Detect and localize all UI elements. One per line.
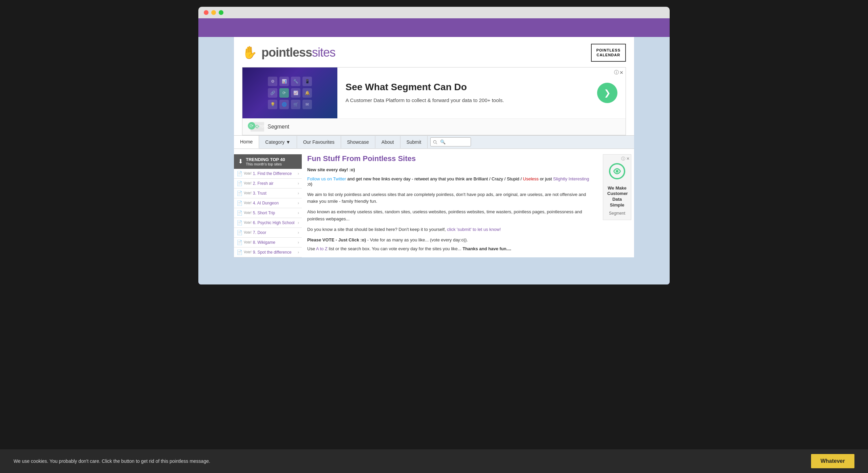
- nav-bar: Home Category ▼ Our Favourites Showcase …: [234, 135, 634, 149]
- main-heading: Fun Stuff From Pointless Sites: [307, 154, 595, 163]
- nav-submit[interactable]: Submit: [400, 136, 428, 148]
- calendar-button[interactable]: POINTLESSCALENDAR: [591, 44, 626, 62]
- trending-title: TRENDING TOP 40: [246, 157, 285, 162]
- site-link-3[interactable]: 3. Trust: [253, 191, 296, 196]
- page-container: ✋ pointlesssites POINTLESSCALENDAR ⓘ ✕: [234, 37, 634, 257]
- vote-arrow-6: ›: [298, 220, 299, 225]
- vote-button-1[interactable]: Vote!: [244, 172, 252, 175]
- browser-window: ✋ pointlesssites POINTLESSCALENDAR ⓘ ✕: [198, 18, 670, 284]
- vote-strong: Please VOTE - Just Click :o): [307, 237, 366, 242]
- twitter-suffix: and get new free links every day - retwe…: [347, 176, 523, 181]
- submit-link[interactable]: click 'submit' to let us know!: [447, 227, 501, 232]
- sidebar-item-6: 📄 Vote! 6. Psychic High School ›: [234, 218, 302, 228]
- vote-button-8[interactable]: Vote!: [244, 240, 252, 244]
- ad-icon-5: 🔗: [268, 88, 277, 98]
- ad-cta-button[interactable]: ❯: [597, 83, 617, 103]
- just-text: or just: [540, 176, 553, 181]
- vote-arrow-4: ›: [298, 201, 299, 205]
- vote-arrow-8: ›: [298, 240, 299, 245]
- twitter-link[interactable]: Follow us on Twitter: [307, 176, 346, 181]
- site-link-4[interactable]: 4. AI Dungeon: [253, 201, 296, 205]
- nav-showcase[interactable]: Showcase: [341, 136, 376, 148]
- sidebar-item-5: 📄 Vote! 5. Short Trip ›: [234, 208, 302, 218]
- page-icon-1: 📄: [237, 171, 242, 176]
- ad-icon-3: 🔧: [291, 77, 300, 86]
- nav-favourites[interactable]: Our Favourites: [297, 136, 341, 148]
- site-link-5[interactable]: 5. Short Trip: [253, 211, 296, 215]
- vote-button-9[interactable]: Vote!: [244, 250, 252, 254]
- purple-header-bar: [198, 18, 670, 37]
- new-site-tag: New site every day! :o): [307, 167, 595, 172]
- sidebar-item-7: 📄 Vote! 7. Door ›: [234, 228, 302, 238]
- right-sidebar: ⓘ ✕ We Make Customer Data Simple: [600, 154, 634, 257]
- vote-button-4[interactable]: Vote!: [244, 201, 252, 205]
- description-2: Also known as extremely useless sites, r…: [307, 209, 595, 223]
- page-icon-9: 📄: [237, 250, 242, 255]
- page-icon-5: 📄: [237, 210, 242, 216]
- ad-info-icon: ⓘ: [614, 70, 619, 76]
- trending-header: ⬇ TRENDING TOP 40 This month's top sites: [234, 154, 302, 169]
- ad-close-button[interactable]: ⓘ ✕: [614, 70, 624, 76]
- segment-green-icon: [607, 163, 627, 183]
- vote-button-2[interactable]: Vote!: [244, 181, 252, 185]
- site-link-6[interactable]: 6. Psychic High School: [253, 220, 296, 225]
- page-icon-6: 📄: [237, 220, 242, 225]
- nav-home[interactable]: Home: [234, 136, 259, 149]
- nav-about[interactable]: About: [375, 136, 400, 148]
- site-link-2[interactable]: 2. Fresh air: [253, 181, 296, 186]
- traffic-light-green[interactable]: [219, 10, 223, 15]
- site-link-8[interactable]: 8. Wikigame: [253, 240, 296, 245]
- vote-arrow-5: ›: [298, 211, 299, 215]
- logo-sites: sites: [312, 45, 335, 59]
- vote-arrow-1: ›: [298, 171, 299, 176]
- vote-arrow-3: ›: [298, 191, 299, 196]
- ad-headline: See What Segment Can Do: [346, 81, 590, 93]
- ad-brand-segment: segment: [257, 124, 272, 128]
- traffic-light-red[interactable]: [204, 10, 209, 15]
- right-ad-close-icon[interactable]: ✕: [626, 156, 630, 161]
- logo-hand-icon: ✋: [242, 45, 257, 60]
- sidebar-item-2: 📄 Vote! 2. Fresh air ›: [234, 179, 302, 189]
- vote-text: - Vote for as many as you like... (vote …: [367, 237, 468, 242]
- ad-icon-7: 📈: [291, 88, 300, 98]
- site-link-7[interactable]: 7. Door: [253, 230, 296, 235]
- traffic-light-yellow[interactable]: [211, 10, 216, 15]
- slightly-interesting-link[interactable]: Slightly Interesting: [553, 176, 589, 181]
- content-layout: ⬇ TRENDING TOP 40 This month's top sites…: [234, 149, 634, 257]
- vote-arrow-2: ›: [298, 181, 299, 186]
- site-link-9[interactable]: 9. Spot the difference: [253, 250, 296, 255]
- logo-area: ✋ pointlesssites: [242, 45, 335, 60]
- twitter-section: Follow us on Twitter and get new free li…: [307, 176, 595, 186]
- vote-button-6[interactable]: Vote!: [244, 221, 252, 224]
- ad-close-icon[interactable]: ✕: [619, 70, 624, 75]
- trending-title-area: TRENDING TOP 40 This month's top sites: [246, 157, 285, 166]
- vote-button-7[interactable]: Vote!: [244, 231, 252, 234]
- nav-category[interactable]: Category ▼: [259, 136, 297, 148]
- site-link-1[interactable]: 1. Find the Difference: [253, 171, 296, 176]
- sidebar-item-4: 📄 Vote! 4. AI Dungeon ›: [234, 198, 302, 208]
- right-ad: ⓘ ✕ We Make Customer Data Simple: [603, 154, 631, 220]
- az-pre: Use: [307, 246, 316, 251]
- ad-banner: ⓘ ✕ ⚙ 📊 🔧 📱 🔗 ⟳: [242, 67, 626, 135]
- vote-arrow-9: ›: [298, 250, 299, 255]
- right-ad-close-area: ⓘ ✕: [621, 156, 630, 162]
- svg-point-1: [616, 170, 618, 173]
- navigation: Home Category ▼ Our Favourites Showcase …: [234, 135, 634, 149]
- vote-button-5[interactable]: Vote!: [244, 211, 252, 215]
- interesting-suffix: ;o): [307, 181, 312, 186]
- logo-pointless: pointless: [261, 45, 312, 59]
- desc3-pre: Do you know a site that should be listed…: [307, 227, 446, 232]
- az-strong: Thanks and have fun....: [462, 246, 511, 251]
- segment-center-icon: ⟳: [279, 88, 289, 98]
- search-input[interactable]: [430, 137, 471, 146]
- sidebar-item-8: 📄 Vote! 8. Wikigame ›: [234, 238, 302, 248]
- page-icon-4: 📄: [237, 200, 242, 206]
- description-3: Do you know a site that should be listed…: [307, 226, 595, 233]
- az-link[interactable]: A to Z: [316, 246, 328, 251]
- sidebar-item-9: 📄 Vote! 9. Spot the difference ›: [234, 248, 302, 257]
- logo-text: pointlesssites: [261, 45, 335, 60]
- ad-subtext: A Customer Data Platform to collect & fo…: [346, 97, 590, 104]
- ad-footer: ⟳ Segment: [242, 118, 626, 135]
- useless-link[interactable]: Useless: [523, 176, 538, 181]
- vote-button-3[interactable]: Vote!: [244, 191, 252, 195]
